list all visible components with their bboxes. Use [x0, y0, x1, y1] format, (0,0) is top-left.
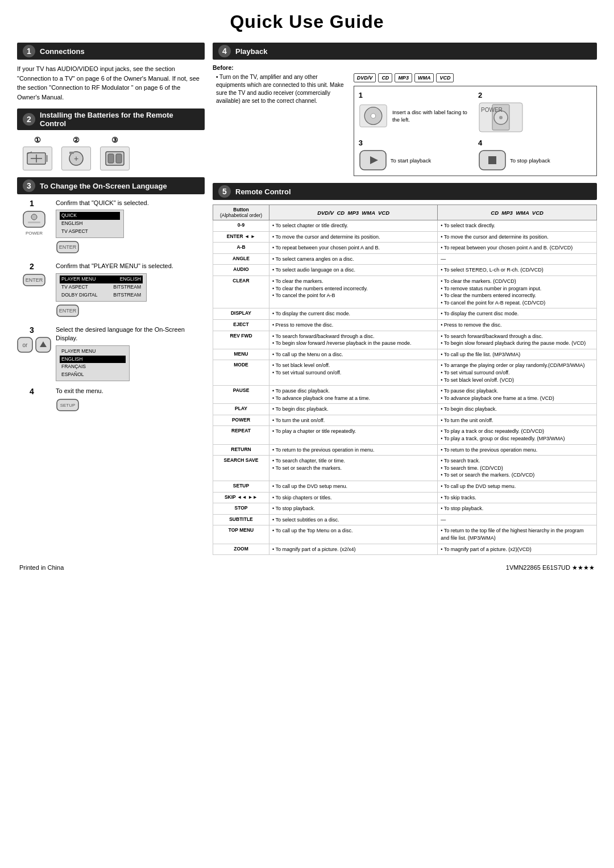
remote-cd-cell: • To search forward/backward through a d… [438, 331, 597, 349]
remote-cd-cell: • To pause disc playback. • To advance p… [438, 386, 597, 404]
remote-disc-cell: • To pause disc playback. • To advance p… [269, 386, 437, 404]
remote-button-cell: SUBTITLE [213, 514, 269, 525]
remote-button-cell: POWER [213, 415, 269, 426]
remote-disc-cell: • To select subtitles on a disc. [269, 514, 437, 525]
svg-point-31 [499, 116, 503, 119]
remote-disc-cell: • To magnify part of a picture. (x2/x4) [269, 544, 437, 555]
section-3-label: To Change the On-Screen Language [40, 182, 167, 190]
remote-button-cell: ENTER ◄ ► [213, 231, 269, 243]
remote-disc-cell: • To play a chapter or title repeatedly. [269, 426, 437, 444]
remote-button-cell: 0-9 [213, 220, 269, 232]
svg-text:POWER: POWER [481, 107, 503, 113]
remote-disc-cell: • To skip chapters or titles. [269, 492, 437, 503]
section-5-number: 5 [218, 185, 231, 198]
table-row: EJECT• Press to remove the disc.• Press … [213, 319, 597, 331]
remote-disc-cell: • To select chapter or title directly. [269, 220, 437, 232]
remote-button-cell: ANGLE [213, 253, 269, 265]
remote-disc-cell: • To call up the DVD setup menu. [269, 481, 437, 493]
playback-steps: 1 Insert a disc with label facing to the… [354, 86, 597, 176]
battery-img-2: + [61, 147, 91, 170]
remote-disc-cell: • To display the current disc mode. [269, 308, 437, 320]
svg-rect-6 [69, 152, 74, 154]
col-header-disc: DVD/V CD MP3 WMA VCD [269, 205, 437, 220]
table-row: SETUP• To call up the DVD setup menu.• T… [213, 481, 597, 493]
remote-cd-cell: • To select STEREO, L-ch or R-ch. (CD/VC… [438, 265, 597, 276]
table-row: CLEAR• To clear the markers. • To clear … [213, 276, 597, 308]
remote-cd-cell: — [438, 514, 597, 525]
section-connections: 1 Connections If your TV has AUDIO/VIDEO… [17, 43, 205, 102]
remote-disc-cell: • To select audio language on a disc. [269, 265, 437, 276]
remote-disc-cell: • To repeat between your chosen point A … [269, 243, 437, 254]
svg-point-11 [31, 214, 37, 220]
svg-text:SETUP: SETUP [60, 403, 76, 408]
remote-cd-cell: • To play a track or disc repeatedly. (C… [438, 426, 597, 444]
remote-cd-cell: • To call up the file list. (MP3/WMA) [438, 349, 597, 360]
remote-control-table: Button(Alphabetical order) DVD/V CD MP3 … [213, 205, 597, 555]
svg-point-27 [371, 114, 376, 119]
remote-disc-cell: • To turn the unit on/off. [269, 415, 437, 426]
language-step-2: 2 ENTER Confirm that "PLAYER MENU" is se… [17, 262, 205, 319]
section-1-number: 1 [23, 45, 35, 57]
footer: Printed in China 1VMN22865 E61S7UD ★★★★ [17, 564, 597, 571]
remote-button-cell: SETUP [213, 481, 269, 493]
section-4-label: Playback [235, 47, 267, 56]
svg-rect-8 [108, 154, 114, 163]
remote-button-cell: DISPLAY [213, 308, 269, 320]
svg-text:or: or [23, 342, 28, 348]
svg-rect-12 [28, 222, 40, 223]
table-row: DISPLAY• To display the current disc mod… [213, 308, 597, 320]
remote-button-cell: REPEAT [213, 426, 269, 444]
section-5-label: Remote Control [235, 187, 291, 196]
lang-step-4-text: To exit the menu. [56, 387, 103, 394]
remote-cd-cell: • To select track directly. [438, 220, 597, 232]
table-row: SKIP ◄◄ ►►• To skip chapters or titles.•… [213, 492, 597, 503]
table-row: POWER• To turn the unit on/off.• To turn… [213, 415, 597, 426]
disc-formats: DVD/V CD MP3 WMA VCD [354, 73, 597, 82]
remote-cd-cell: • To return to the previous operation me… [438, 444, 597, 456]
battery-step-1: ① [23, 136, 52, 170]
page-title: Quick Use Guide [17, 11, 597, 32]
battery-step-2: ② + [61, 136, 91, 170]
section-language: 3 To Change the On-Screen Language 1 POW… [17, 177, 205, 418]
remote-disc-cell: • To select camera angles on a disc. [269, 253, 437, 265]
section-playback: 4 Playback Before: Turn on the TV, ampli… [213, 43, 597, 176]
remote-cd-cell: • To search track. • To search time. (CD… [438, 456, 597, 481]
section-remote: 5 Remote Control Button(Alphabetical ord… [213, 183, 597, 555]
remote-cd-cell: • To skip tracks. [438, 492, 597, 503]
table-row: ENTER ◄ ►• To move the cursor and determ… [213, 231, 597, 243]
playback-step-4: 4 To stop playback [478, 139, 592, 171]
remote-cd-cell: • To stop playback. [438, 503, 597, 515]
table-row: SEARCH SAVE• To search chapter, title or… [213, 456, 597, 481]
language-step-3: 3 or Select the desired language for th [17, 326, 205, 381]
remote-button-cell: AUDIO [213, 265, 269, 276]
remote-cd-cell: — [438, 253, 597, 265]
remote-button-cell: SEARCH SAVE [213, 456, 269, 481]
remote-button-cell: CLEAR [213, 276, 269, 308]
remote-cd-cell: • Press to remove the disc. [438, 319, 597, 331]
table-row: REPEAT• To play a chapter or title repea… [213, 426, 597, 444]
remote-disc-cell: • To search chapter, title or time. • To… [269, 456, 437, 481]
table-row: STOP• To stop playback.• To stop playbac… [213, 503, 597, 515]
col-header-cd: CD MP3 WMA VCD [438, 205, 597, 220]
remote-button-cell: SKIP ◄◄ ►► [213, 492, 269, 503]
footer-left: Printed in China [19, 564, 64, 571]
remote-cd-cell: • To arrange the playing order or play r… [438, 360, 597, 386]
remote-disc-cell: • To call up the Top Menu on a disc. [269, 525, 437, 544]
table-row: A-B• To repeat between your chosen point… [213, 243, 597, 254]
remote-cd-cell: • To begin disc playback. [438, 404, 597, 415]
remote-cd-cell: • To display the current disc mode. [438, 308, 597, 320]
table-row: ANGLE• To select camera angles on a disc… [213, 253, 597, 265]
remote-button-cell: RETURN [213, 444, 269, 456]
section-batteries: 2 Installing the Batteries for the Remot… [17, 108, 205, 170]
remote-disc-cell: • To set black level on/off. • To set vi… [269, 360, 437, 386]
section-3-number: 3 [23, 180, 35, 192]
remote-button-cell: PLAY [213, 404, 269, 415]
section-4-number: 4 [218, 45, 231, 57]
playback-step-2: 2 POWER [478, 91, 592, 133]
remote-cd-cell: • To magnify part of a picture. (x2)(VCD… [438, 544, 597, 555]
before-list: Turn on the TV, amplifier and any other … [213, 73, 348, 105]
svg-text:ENTER: ENTER [59, 308, 77, 314]
remote-disc-cell: • To return to the previous operation in… [269, 444, 437, 456]
remote-cd-cell: • To call up the DVD setup menu. [438, 481, 597, 493]
lang-step-3-text: Select the desired language for the On-S… [56, 326, 185, 341]
